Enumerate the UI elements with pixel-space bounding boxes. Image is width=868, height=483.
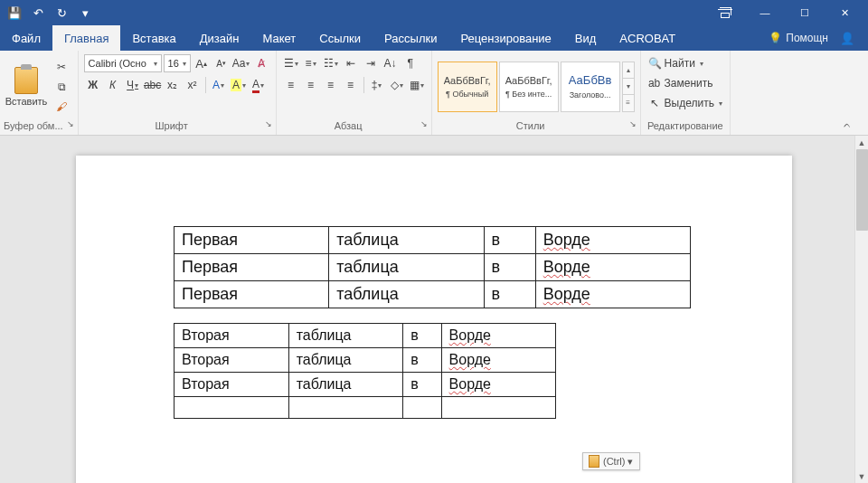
table-cell[interactable]: [403, 397, 441, 419]
bold-button[interactable]: Ж: [84, 76, 102, 94]
text-effects-button[interactable]: A▾: [210, 76, 228, 94]
select-button[interactable]: ↖Выделить▾: [646, 94, 724, 112]
tab-insert[interactable]: Вставка: [120, 25, 187, 51]
show-marks-button[interactable]: ¶: [401, 54, 420, 72]
align-left-button[interactable]: ≡: [282, 76, 300, 94]
tab-layout[interactable]: Макет: [250, 25, 307, 51]
table-cell[interactable]: в: [484, 281, 535, 308]
table-cell[interactable]: Ворде: [535, 254, 690, 281]
maximize-button[interactable]: ☐: [785, 0, 825, 25]
styles-launcher[interactable]: [626, 120, 637, 131]
table-cell[interactable]: Вторая: [175, 373, 289, 397]
scroll-down-button[interactable]: ▼: [855, 469, 868, 483]
table-cell[interactable]: таблица: [288, 348, 403, 373]
font-launcher[interactable]: [261, 120, 272, 131]
tab-acrobat[interactable]: ACROBAT: [608, 25, 687, 51]
bullets-button[interactable]: ☰▾: [282, 54, 300, 72]
table-1[interactable]: ПерваятаблицавВорде ПерваятаблицавВорде …: [174, 226, 691, 308]
paste-button[interactable]: Вставить: [4, 56, 49, 118]
line-spacing-button[interactable]: ‡▾: [368, 76, 386, 94]
cut-button[interactable]: ✂: [52, 58, 71, 76]
table-cell[interactable]: Первая: [175, 227, 329, 254]
save-button[interactable]: 💾: [4, 2, 25, 24]
qat-more-button[interactable]: ▾: [74, 2, 96, 24]
table-row[interactable]: [175, 397, 556, 419]
style-nospacing[interactable]: АаБбВвГг, ¶ Без инте...: [499, 62, 559, 112]
table-cell[interactable]: [288, 397, 403, 419]
table-row[interactable]: ПерваятаблицавВорде: [175, 227, 691, 254]
table-cell[interactable]: в: [403, 324, 441, 348]
shrink-font-button[interactable]: A▾: [212, 54, 231, 72]
close-button[interactable]: ✕: [825, 0, 864, 25]
tab-references[interactable]: Ссылки: [307, 25, 373, 51]
table-cell[interactable]: Ворде: [441, 348, 556, 373]
font-color-button[interactable]: A▾: [250, 76, 268, 94]
collapse-ribbon-button[interactable]: ᨈ: [844, 119, 852, 130]
table-cell[interactable]: Ворде: [441, 373, 556, 397]
table-row[interactable]: ПерваятаблицавВорде: [175, 254, 691, 281]
table-row[interactable]: ВтораятаблицавВорде: [175, 348, 556, 373]
table-row[interactable]: ПерваятаблицавВорде: [175, 281, 691, 308]
paragraph-launcher[interactable]: [417, 120, 428, 131]
clear-formatting-button[interactable]: A̷: [252, 54, 270, 72]
table-cell[interactable]: Вторая: [175, 348, 289, 373]
strikethrough-button[interactable]: abc: [144, 76, 162, 94]
shading-button[interactable]: ◇▾: [388, 76, 406, 94]
style-normal[interactable]: АаБбВвГг, ¶ Обычный: [438, 62, 497, 112]
share-button[interactable]: 👤: [834, 25, 861, 51]
borders-button[interactable]: ▦▾: [408, 76, 426, 94]
increase-indent-button[interactable]: ⇥: [362, 54, 380, 72]
document-area[interactable]: ПерваятаблицавВорде ПерваятаблицавВорде …: [0, 136, 854, 483]
tab-file[interactable]: Файл: [0, 25, 52, 51]
clipboard-launcher[interactable]: [63, 120, 74, 131]
underline-button[interactable]: Ч▾: [124, 76, 142, 94]
subscript-button[interactable]: x₂: [164, 76, 182, 94]
decrease-indent-button[interactable]: ⇤: [342, 54, 360, 72]
table-cell[interactable]: Первая: [175, 254, 329, 281]
table-cell[interactable]: таблица: [329, 227, 484, 254]
find-button[interactable]: 🔍Найти▾: [646, 54, 705, 72]
table-cell[interactable]: таблица: [288, 324, 403, 348]
table-cell[interactable]: Первая: [175, 281, 329, 308]
font-size-combo[interactable]: 16▾: [164, 54, 191, 72]
align-center-button[interactable]: ≡: [302, 76, 320, 94]
table-cell[interactable]: Ворде: [441, 324, 556, 348]
table-cell[interactable]: таблица: [288, 373, 403, 397]
justify-button[interactable]: ≡: [342, 76, 360, 94]
italic-button[interactable]: К: [104, 76, 122, 94]
table-cell[interactable]: Ворде: [535, 281, 690, 308]
vertical-scrollbar[interactable]: ▲ ▼: [854, 136, 868, 483]
tab-home[interactable]: Главная: [52, 25, 120, 51]
table-row[interactable]: ВтораятаблицавВорде: [175, 324, 556, 348]
font-name-combo[interactable]: Calibri (Осно▾: [84, 54, 162, 72]
table-cell[interactable]: в: [484, 254, 535, 281]
table-cell[interactable]: [441, 397, 556, 419]
change-case-button[interactable]: Aa▾: [232, 54, 250, 72]
numbering-button[interactable]: ≡▾: [302, 54, 320, 72]
table-cell[interactable]: в: [403, 373, 441, 397]
tab-view[interactable]: Вид: [563, 25, 609, 51]
table-cell[interactable]: таблица: [329, 254, 484, 281]
format-painter-button[interactable]: 🖌: [52, 98, 71, 116]
table-cell[interactable]: в: [484, 227, 535, 254]
styles-gallery-more[interactable]: ▴▾≡: [622, 62, 635, 112]
paste-options-tag[interactable]: (Ctrl) ▾: [582, 452, 640, 470]
grow-font-button[interactable]: A▴: [193, 54, 211, 72]
table-cell[interactable]: [175, 397, 289, 419]
superscript-button[interactable]: x²: [184, 76, 202, 94]
scroll-thumb[interactable]: [856, 149, 868, 231]
table-cell[interactable]: таблица: [329, 281, 484, 308]
tab-mailings[interactable]: Рассылки: [373, 25, 448, 51]
ribbon-display-options[interactable]: [705, 0, 745, 25]
highlight-button[interactable]: A▾: [230, 76, 248, 94]
table-row[interactable]: ВтораятаблицавВорде: [175, 373, 556, 397]
table-cell[interactable]: Вторая: [175, 324, 289, 348]
align-right-button[interactable]: ≡: [322, 76, 340, 94]
table-cell[interactable]: в: [403, 348, 441, 373]
table-cell[interactable]: Ворде: [535, 227, 690, 254]
minimize-button[interactable]: —: [745, 0, 785, 25]
style-heading1[interactable]: АаБбВв Заголово...: [561, 62, 620, 112]
table-2[interactable]: ВтораятаблицавВорде ВтораятаблицавВорде …: [174, 323, 556, 419]
multilevel-list-button[interactable]: ☷▾: [322, 54, 340, 72]
undo-button[interactable]: ↶: [27, 2, 49, 24]
